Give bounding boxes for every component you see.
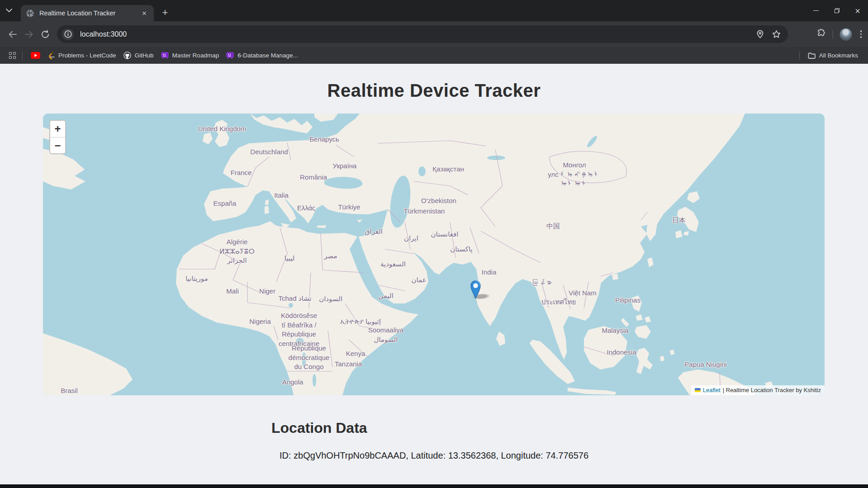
map-country-label: Brasil (61, 386, 78, 395)
map-country-label: Việt Nam (569, 289, 596, 298)
map-country-label: العراق (365, 227, 383, 237)
all-bookmarks-label: All Bookmarks (819, 52, 858, 59)
attribution-text: | Realtime Location Tracker by Kshitiz (723, 387, 821, 393)
map-country-label: السودان (319, 294, 342, 304)
map-country-label: موريتانيا (185, 274, 208, 284)
browser-tab[interactable]: Realtime Location Tracker × (21, 5, 154, 21)
purple-board-icon (161, 52, 169, 59)
map-country-label: Nigeria (249, 317, 271, 327)
map-country-label: Kenya (346, 349, 365, 359)
tab-strip: Realtime Location Tracker × + × (0, 0, 868, 21)
map-country-label: ليبيا (285, 254, 295, 263)
map-country-label: Қазақстан (432, 165, 464, 174)
map-country-label: 中国 (546, 222, 560, 231)
bookmark-star-icon[interactable] (772, 30, 781, 38)
page-title: Realtime Device Tracker (0, 81, 868, 101)
map-country-label: پاکستان (450, 245, 472, 254)
map-country-label: مصر (324, 251, 337, 261)
tab-search-chevron-icon[interactable] (5, 7, 14, 14)
url-text[interactable]: localhost:3000 (80, 30, 756, 38)
zoom-out-button[interactable]: − (50, 137, 65, 153)
map-country-label: 日本 (672, 216, 686, 225)
map-country-label: ايران (404, 234, 418, 243)
globe-favicon-icon (26, 9, 34, 17)
ukraine-flag-icon (695, 388, 701, 392)
apps-grid-icon[interactable] (7, 50, 18, 61)
forward-button[interactable] (20, 21, 38, 47)
map-country-label: Ködörösêsetî Bêafrîka /Républiquecentraf… (279, 311, 319, 349)
location-marker-icon[interactable] (470, 280, 482, 299)
bookmarks-separator (799, 52, 800, 60)
toolbar-separator (833, 30, 833, 39)
map-country-label: عمان (411, 275, 426, 285)
bookmark-youtube[interactable] (27, 50, 44, 61)
window-close-button[interactable]: × (847, 0, 868, 21)
leetcode-icon (47, 52, 55, 60)
github-icon (123, 52, 131, 59)
geolocation-pin-icon[interactable] (756, 30, 764, 38)
map-country-label: Mali (226, 287, 239, 296)
map-country-label: Républiquedémocratiquedu Congo (289, 344, 330, 372)
browser-window: Realtime Location Tracker × + × (0, 0, 868, 488)
tab-title: Realtime Location Tracker (39, 9, 140, 17)
map-country-label: Pilipinas (615, 296, 640, 305)
bookmark-label: Problems - LeetCode (58, 52, 116, 59)
forward-arrow-icon (25, 31, 33, 37)
window-bottom-edge (0, 484, 868, 488)
restore-icon (835, 8, 840, 13)
minimize-icon (813, 10, 819, 11)
map-country-label: ኢትዮጵያ إثيوبيا (340, 317, 381, 327)
map-country-label: España (213, 199, 237, 208)
map-country-label: Türkiye (338, 203, 360, 212)
map-country-label: Беларусь (309, 135, 339, 144)
youtube-icon (31, 52, 40, 59)
map-country-label: România (300, 173, 327, 182)
extensions-puzzle-icon[interactable] (816, 28, 826, 40)
map-zoom-control: + − (49, 120, 66, 154)
bookmark-github[interactable]: GitHub (120, 50, 157, 61)
zoom-in-button[interactable]: + (50, 121, 65, 137)
map-labels: United KingdomБеларусьDeutschlandУкраїна… (43, 114, 825, 395)
leaflet-map[interactable]: United KingdomБеларусьDeutschlandУкраїна… (43, 114, 825, 395)
address-bar[interactable]: localhost:3000 (57, 25, 788, 43)
back-button[interactable] (4, 21, 22, 47)
map-country-label: O'zbekiston (421, 196, 456, 206)
map-country-label: Монголулс ᠮᠣᠩᠭᠣᠯᠤᠯᠤᠰ (548, 161, 601, 189)
bookmark-label: GitHub (135, 52, 154, 59)
bookmark-label: Master Roadmap (172, 52, 219, 59)
map-country-label: Niger (259, 287, 275, 296)
purple-board-icon (226, 52, 234, 59)
window-minimize-button[interactable] (806, 0, 826, 21)
map-country-label: Malaysia (602, 326, 628, 336)
close-icon: × (855, 6, 860, 15)
location-data-line: ID: zbQgVhOHTrpNo9bCAAAD, Latitude: 13.3… (0, 450, 868, 461)
map-country-label: Soomaaliyaالصومال (368, 326, 403, 344)
site-info-icon[interactable] (62, 28, 74, 40)
leaflet-attribution-link[interactable]: Leaflet (703, 387, 721, 393)
map-country-label: India (482, 268, 497, 277)
window-restore-button[interactable] (826, 0, 847, 21)
bookmark-label: 6-Database Manage... (237, 52, 298, 59)
reload-button[interactable] (36, 21, 54, 47)
map-country-label: Tanzania (335, 360, 362, 369)
page-content: Realtime Device Tracker (0, 64, 868, 484)
map-country-label: France (231, 168, 252, 178)
browser-menu-kebab-icon[interactable] (859, 28, 864, 40)
bookmarks-bar: Problems - LeetCode GitHub Master Roadma… (0, 47, 868, 64)
profile-avatar[interactable] (840, 28, 852, 41)
map-country-label: Tchad تشاد (278, 294, 311, 303)
bookmark-leetcode[interactable]: Problems - LeetCode (44, 50, 120, 62)
bookmark-database-manage[interactable]: 6-Database Manage... (223, 50, 302, 61)
back-arrow-icon (9, 31, 17, 37)
map-country-label: Angola (282, 378, 304, 387)
browser-toolbar: localhost:3000 (0, 21, 868, 47)
map-attribution: Leaflet | Realtime Location Tracker by K… (691, 385, 825, 395)
tab-close-icon[interactable]: × (140, 9, 148, 18)
map-country-label: United Kingdom (198, 124, 247, 134)
map-country-label: ประเทศไทย (541, 298, 576, 307)
map-country-label: Indonesia (607, 348, 636, 357)
map-country-label: Italia (274, 191, 289, 200)
all-bookmarks-button[interactable]: All Bookmarks (804, 50, 862, 61)
bookmark-master-roadmap[interactable]: Master Roadmap (157, 50, 223, 61)
new-tab-button[interactable]: + (159, 7, 171, 19)
